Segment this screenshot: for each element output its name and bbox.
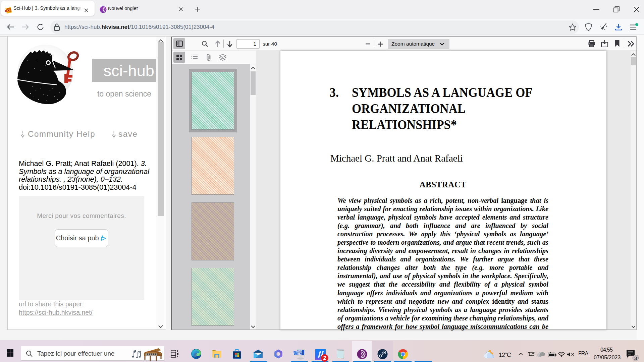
svg-text:2: 2 xyxy=(323,355,326,361)
svg-text:3: 3 xyxy=(634,355,637,361)
